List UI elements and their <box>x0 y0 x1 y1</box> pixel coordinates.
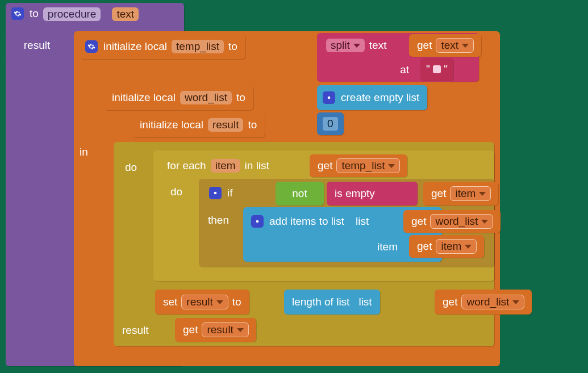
var-word-list-dd[interactable]: word_list <box>430 214 493 229</box>
set-result-block[interactable]: set result to <box>155 290 249 315</box>
list-kw: list <box>356 215 369 228</box>
init-label: initialize local <box>112 91 176 104</box>
get-item-1[interactable]: get item <box>423 182 498 206</box>
get-temp-list[interactable]: get temp_list <box>310 154 407 177</box>
gear-icon[interactable] <box>251 215 264 228</box>
add-items-label: add items to list <box>269 215 344 228</box>
create-empty-list[interactable]: create empty list <box>317 85 427 110</box>
init-row-3: initialize local result to <box>132 112 265 137</box>
num-value[interactable]: 0 <box>323 117 338 131</box>
item-kw: item <box>364 236 403 258</box>
split-row1: split text <box>318 34 394 57</box>
to-label: to <box>30 7 39 20</box>
var-item[interactable]: item <box>211 159 240 173</box>
get-kw: get <box>183 324 198 336</box>
init-label: initialize local <box>103 40 167 53</box>
create-empty-label: create empty list <box>341 91 419 104</box>
gear-icon[interactable] <box>11 7 24 20</box>
var-word-list-dd[interactable]: word_list <box>461 295 524 309</box>
for-each-label: for each <box>167 160 206 172</box>
init-label: initialize local <box>140 119 203 131</box>
do-keyword: do <box>119 158 143 177</box>
to-label: to <box>236 91 245 104</box>
get-text-block[interactable]: get text <box>409 34 481 57</box>
is-empty-block[interactable]: is empty <box>327 182 418 206</box>
gear-icon[interactable] <box>85 40 98 53</box>
in-list-label: in list <box>245 160 269 172</box>
to-kw: to <box>232 296 241 308</box>
do-keyword: do <box>165 182 188 202</box>
not-block[interactable]: not <box>276 182 324 206</box>
split-literal-slot[interactable] <box>433 65 441 73</box>
result-keyword: result <box>6 34 68 57</box>
number-zero[interactable]: 0 <box>317 112 344 135</box>
proc-param[interactable]: text <box>112 7 139 21</box>
proc-name[interactable]: procedure <box>43 7 101 21</box>
get-word-list-1[interactable]: get word_list <box>403 210 501 233</box>
split-at-kw: at <box>369 59 415 81</box>
for-each-header: for each item in list <box>159 154 277 177</box>
to-label: to <box>228 40 237 53</box>
var-temp-list[interactable]: temp_list <box>172 40 224 53</box>
var-item-dd[interactable]: item <box>436 239 477 254</box>
var-result-dd[interactable]: result <box>202 322 248 337</box>
var-word-list[interactable]: word_list <box>180 91 232 104</box>
result-keyword: result <box>116 319 154 342</box>
then-kw: then <box>202 210 235 230</box>
var-text[interactable]: text <box>436 38 474 53</box>
get-kw: get <box>417 39 432 52</box>
add-items-row1: add items to list list <box>245 210 377 233</box>
if-kw: if <box>227 187 233 199</box>
get-kw: get <box>411 215 426 228</box>
get-word-list-2[interactable]: get word_list <box>435 290 532 315</box>
get-kw: get <box>417 240 432 253</box>
init-row-1: initialize local temp_list to <box>80 34 245 59</box>
init-row-2: initialize local word_list to <box>104 85 253 110</box>
split-text-kw: text <box>369 39 387 52</box>
gear-icon[interactable] <box>209 187 222 199</box>
get-result[interactable]: get result <box>175 318 256 342</box>
get-kw: get <box>443 296 457 308</box>
length-of-list-block[interactable]: length of list list <box>284 290 380 315</box>
var-temp-list-dd[interactable]: temp_list <box>336 158 400 173</box>
in-keyword: in <box>74 142 94 162</box>
var-item-dd[interactable]: item <box>450 186 491 201</box>
get-kw: get <box>318 160 332 172</box>
var-result[interactable]: result <box>208 118 243 132</box>
split-literal[interactable]: " " <box>420 58 453 81</box>
list-kw: list <box>358 296 372 308</box>
length-label: length of list <box>292 296 349 308</box>
if-header: if <box>203 182 241 204</box>
get-item-2[interactable]: get item <box>409 235 484 258</box>
is-empty-label: is empty <box>335 187 375 200</box>
set-kw: set <box>163 296 177 308</box>
to-label: to <box>248 119 257 131</box>
split-dropdown[interactable]: split <box>326 39 365 52</box>
gear-icon[interactable] <box>323 91 335 104</box>
var-result-dd[interactable]: result <box>181 295 228 309</box>
get-kw: get <box>431 187 446 200</box>
